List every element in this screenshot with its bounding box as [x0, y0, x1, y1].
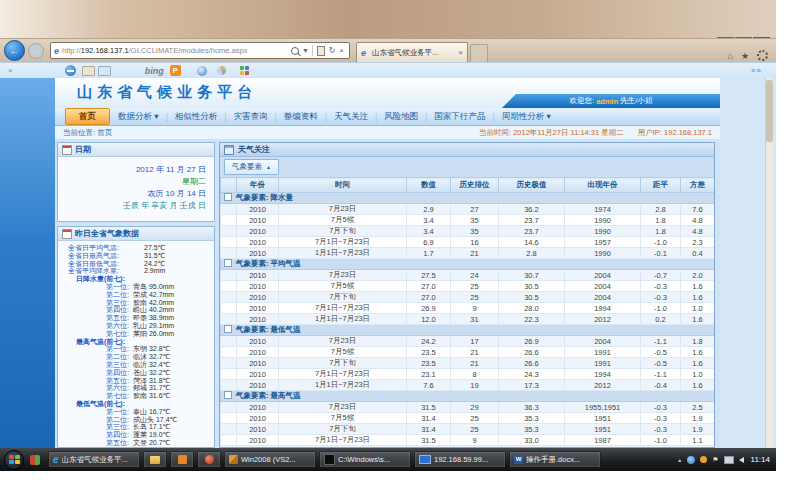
table-row[interactable]: 20107月5候31.42535.31951-0.31.9: [221, 413, 715, 424]
group-row[interactable]: 气象要素: 平均气温: [221, 259, 715, 270]
table-row[interactable]: 20107月下旬23.52126.61991-0.51.6: [221, 358, 715, 369]
apps-grid-icon[interactable]: [240, 66, 249, 75]
blocker-icon[interactable]: [65, 65, 76, 76]
taskbar-button-2[interactable]: [170, 451, 194, 468]
forward-button[interactable]: →: [28, 43, 44, 59]
table-row[interactable]: 20107月5候23.52126.61991-0.51.6: [221, 347, 715, 358]
group-label: 气象要素: 最高气温: [236, 391, 301, 400]
tray-expand-icon[interactable]: ▲: [677, 457, 682, 463]
data-cell: 2010: [237, 347, 279, 358]
table-row[interactable]: 20107月下旬31.42535.31951-0.31.9: [221, 424, 715, 435]
network-globe-icon[interactable]: [687, 456, 695, 464]
table-row[interactable]: 20101月1日~7月23日1.7212.81990-0.10.4: [221, 248, 715, 259]
table-row[interactable]: 20107月23日27.52430.72004-0.72.0: [221, 270, 715, 281]
table-row[interactable]: 20101月1日~7月23日12.03122.320120.21.6: [221, 314, 715, 325]
table-row[interactable]: 20107月下旬3.43523.719901.84.8: [221, 226, 715, 237]
taskbar-button-0[interactable]: e山东省气候业务平...: [48, 451, 140, 468]
group-label-cell: 气象要素: 降水量: [221, 193, 715, 204]
back-button[interactable]: ←: [4, 40, 25, 61]
data-cell: 7月5候: [279, 281, 407, 292]
rank-label: 第五位:: [106, 314, 129, 322]
more-arrows-icon[interactable]: »»: [751, 66, 762, 75]
menu-item-7[interactable]: 国家下行产品: [434, 111, 485, 123]
rank-label: 第七位:: [106, 330, 129, 338]
table-row[interactable]: 20107月5候27.02530.52004-0.31.6: [221, 281, 715, 292]
mail-icon[interactable]: [98, 66, 111, 76]
data-cell: 30.5: [499, 281, 565, 292]
menu-item-3[interactable]: 灾害查询: [234, 111, 268, 123]
user-ip: 用户IP: 192.168.137.1: [638, 128, 712, 138]
table-row[interactable]: 20107月1日~7月23日31.5933.01987-1.01.1: [221, 435, 715, 446]
menu-item-0[interactable]: 首页: [65, 108, 110, 125]
pinned-app-icon[interactable]: [30, 455, 40, 465]
toolbar-close-icon[interactable]: ×: [8, 66, 13, 75]
taskbar-button-7[interactable]: W操作手册.docx...: [509, 451, 601, 468]
taskbar-button-3[interactable]: [197, 451, 221, 468]
home-icon[interactable]: ⌂: [727, 51, 732, 61]
vertical-scrollbar[interactable]: [765, 78, 773, 448]
stop-icon[interactable]: ×: [339, 46, 344, 55]
table-row[interactable]: 20107月下旬27.02530.52004-0.31.6: [221, 292, 715, 303]
tools-icon[interactable]: [217, 66, 226, 75]
menu-item-4[interactable]: 整编资料: [284, 111, 318, 123]
menu-item-1[interactable]: 数据分析 ▾: [118, 111, 159, 123]
data-cell: 1.6: [681, 314, 715, 325]
data-cell: 7月下旬: [279, 226, 407, 237]
taskbar-button-4[interactable]: Win2008 (VS2...: [224, 451, 316, 468]
data-cell: 1991: [565, 358, 641, 369]
action-center-flag-icon[interactable]: ⚑: [712, 456, 718, 464]
new-tab-button[interactable]: [470, 44, 488, 62]
menu-item-8[interactable]: 周期性分析 ▾: [502, 111, 551, 123]
menu-item-2[interactable]: 相似性分析: [175, 111, 218, 123]
clock[interactable]: 11:14: [751, 455, 770, 464]
group-row[interactable]: 气象要素: 降水量: [221, 193, 715, 204]
table-row[interactable]: 20107月23日31.52936.31955,1951-0.32.5: [221, 402, 715, 413]
table-row[interactable]: 20107月1日~7月23日26.9928.01994-1.01.0: [221, 303, 715, 314]
search-icon[interactable]: [291, 47, 299, 55]
tab-close-icon[interactable]: ×: [458, 48, 463, 57]
table-row[interactable]: 20107月23日24.21726.92004-1.11.8: [221, 336, 715, 347]
gear-icon[interactable]: [757, 50, 768, 61]
bing-logo[interactable]: bing: [145, 66, 164, 76]
network-monitor-icon[interactable]: [724, 456, 734, 464]
table-row[interactable]: 20101月1日~7月23日7.61917.32012-0.41.6: [221, 380, 715, 391]
data-cell: 30.5: [499, 292, 565, 303]
rank-value: 郯城 31.7℃: [133, 384, 170, 392]
browser-addon-icon[interactable]: [197, 66, 207, 76]
favorites-star-icon[interactable]: ★: [741, 51, 749, 61]
menu-item-6[interactable]: 风险地图: [384, 111, 418, 123]
start-button[interactable]: [4, 450, 24, 470]
taskbar-button-1[interactable]: [143, 451, 167, 468]
checkbox-icon[interactable]: [224, 259, 232, 267]
address-bar[interactable]: e http:// 192.168.137.1 /GLCCLIMATE/modu…: [50, 42, 350, 59]
column-header: 历史排位: [451, 178, 499, 193]
group-row[interactable]: 气象要素: 最低气温: [221, 325, 715, 336]
data-cell: 21: [451, 248, 499, 259]
group-row[interactable]: 气象要素: 最高气温: [221, 391, 715, 402]
rank-value: 苍山 32.2℃: [133, 369, 170, 377]
taskbar-button-5[interactable]: C:\Windows\s...: [319, 451, 411, 468]
menu-item-5[interactable]: 天气关注: [334, 111, 368, 123]
table-row[interactable]: 20107月1日~7月23日6.91614.61957-1.02.3: [221, 237, 715, 248]
taskbar-button-6[interactable]: 192.168.59.99...: [414, 451, 506, 468]
element-filter-button[interactable]: 气象要素 ▲: [224, 159, 279, 175]
dropdown-icon[interactable]: ▾: [304, 46, 308, 55]
table-row[interactable]: 20107月23日2.92736.219742.87.6: [221, 204, 715, 215]
scrollbar-thumb[interactable]: [766, 80, 773, 142]
card-icon[interactable]: [82, 66, 95, 76]
table-row[interactable]: 20107月1日~7月23日23.1824.31994-1.11.0: [221, 369, 715, 380]
compatibility-view-icon[interactable]: [317, 46, 325, 56]
browser-tab[interactable]: e 山东省气候业务平... ×: [356, 42, 468, 62]
data-cell: 2010: [237, 336, 279, 347]
select-cell: [221, 215, 237, 226]
update-icon[interactable]: [700, 456, 707, 463]
refresh-icon[interactable]: ↻: [329, 46, 336, 55]
data-cell: 2012: [565, 314, 641, 325]
table-row[interactable]: 20107月5候3.43523.719901.84.8: [221, 215, 715, 226]
checkbox-icon[interactable]: [224, 193, 232, 201]
data-cell: 30.7: [499, 270, 565, 281]
checkbox-icon[interactable]: [224, 325, 232, 333]
volume-icon[interactable]: [739, 457, 744, 463]
pinyin-ime-icon[interactable]: P: [170, 65, 181, 76]
checkbox-icon[interactable]: [224, 391, 232, 399]
